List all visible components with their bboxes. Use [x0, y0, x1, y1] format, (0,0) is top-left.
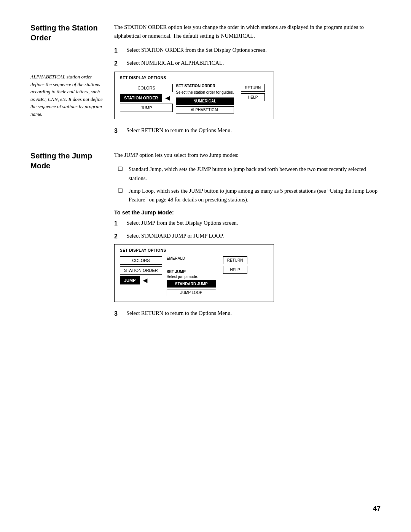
section-right-station-order: The STATION ORDER option lets you change… — [114, 23, 381, 139]
jump-step-number-1: 1 — [114, 219, 124, 228]
step-item: 2 Select NUMERICAL or ALPHABETICAL. — [114, 59, 381, 69]
submenu-column-1: SET STATION ORDER Select the station ord… — [176, 84, 234, 113]
diagram-jump: SET DISPLAY OPTIONS COLORS STATION ORDER… — [114, 244, 274, 302]
step-item: 1 Select JUMP from the Set Display Optio… — [114, 219, 381, 228]
side-buttons-2: RETURN HELP — [223, 256, 247, 274]
side-btn-help-2[interactable]: HELP — [223, 266, 247, 274]
side-label-emerald: EMERALD — [167, 256, 216, 260]
diagram-title-2: SET DISPLAY OPTIONS — [120, 248, 268, 252]
step-number-2: 2 — [114, 59, 124, 69]
side-btn-return-2[interactable]: RETURN — [223, 256, 247, 264]
menu-arrow-row: STATION ORDER ◄ — [120, 94, 173, 102]
page-number: 47 — [373, 505, 381, 513]
diagram-station-order: SET DISPLAY OPTIONS COLORS STATION ORDER… — [114, 72, 274, 119]
side-buttons-1: RETURN HELP — [241, 84, 265, 101]
submenu-title-2: SET JUMP — [167, 270, 216, 274]
section-left-station-order: Setting the Station Order ALPHABETICAL s… — [30, 23, 114, 139]
bullet-text-1: Standard Jump, which sets the JUMP butto… — [129, 165, 381, 182]
step-text-3: Select RETURN to return to the Options M… — [126, 126, 232, 136]
step-item: 3 Select RETURN to return to the Options… — [114, 309, 381, 319]
jump-step-text-1: Select JUMP from the Set Display Options… — [126, 219, 238, 228]
submenu-desc-2: Select jump mode. — [167, 275, 216, 279]
menu-item-colors-1[interactable]: COLORS — [120, 84, 173, 92]
bullet-list-jump: ❑ Standard Jump, which sets the JUMP but… — [118, 165, 381, 204]
diagram-body-1: COLORS STATION ORDER ◄ JUMP SET STATION … — [120, 84, 268, 113]
section-station-order: Setting the Station Order ALPHABETICAL s… — [30, 23, 381, 139]
step-text-2: Select NUMERICAL or ALPHABETICAL. — [126, 59, 224, 69]
section-left-jump: Setting the Jump Mode — [30, 151, 114, 322]
body-text-station-order: The STATION ORDER option lets you change… — [114, 23, 381, 40]
submenu-desc-1: Select the station order for guides. — [176, 90, 234, 94]
side-btn-return-1[interactable]: RETURN — [241, 84, 265, 92]
section-title-jump: Setting the Jump Mode — [30, 151, 105, 171]
bullet-item-2: ❑ Jump Loop, which sets the JUMP button … — [118, 187, 381, 204]
submenu-title-1: SET STATION ORDER — [176, 84, 234, 88]
diagram-body-2: COLORS STATION ORDER JUMP ◄ EMERALD SET … — [120, 256, 268, 296]
step-item: 1 Select STATION ORDER from the Set Disp… — [114, 46, 381, 56]
bullet-icon-1: ❑ — [118, 165, 126, 182]
step-number-3: 3 — [114, 126, 124, 136]
menu-item-station-order-2[interactable]: STATION ORDER — [120, 266, 162, 275]
step-item: 2 Select STANDARD JUMP or JUMP LOOP. — [114, 232, 381, 241]
section-title-station-order: Setting the Station Order — [30, 23, 105, 43]
bullet-icon-2: ❑ — [118, 187, 126, 204]
body-text-jump: The JUMP option lets you select from two… — [114, 151, 381, 160]
menu-item-station-order[interactable]: STATION ORDER — [120, 94, 162, 102]
step-item: 3 Select RETURN to return to the Options… — [114, 126, 381, 136]
diagram-title-1: SET DISPLAY OPTIONS — [120, 76, 268, 80]
page-content: Setting the Station Order ALPHABETICAL s… — [30, 23, 381, 334]
section-right-jump: The JUMP option lets you select from two… — [114, 151, 381, 322]
to-set-label: To set the Jump Mode: — [114, 209, 381, 216]
jump-step-text-2: Select STANDARD JUMP or JUMP LOOP. — [126, 232, 224, 241]
submenu-item-numerical[interactable]: NUMERICAL — [176, 97, 234, 105]
arrow-icon-1: ◄ — [164, 94, 171, 102]
menu-item-jump-selected[interactable]: JUMP — [120, 276, 140, 284]
jump-step-text-3: Select RETURN to return to the Options M… — [126, 309, 232, 319]
bullet-item-1: ❑ Standard Jump, which sets the JUMP but… — [118, 165, 381, 182]
section-jump-mode: Setting the Jump Mode The JUMP option le… — [30, 151, 381, 322]
section-note-station-order: ALPHABETICAL station order defines the s… — [30, 73, 105, 118]
submenu-spacer: SET JUMP Select jump mode. STANDARD JUMP… — [167, 270, 216, 296]
jump-step-number-3: 3 — [114, 309, 124, 319]
step-number-1: 1 — [114, 46, 124, 56]
bullet-text-2: Jump Loop, which sets the JUMP button to… — [129, 187, 381, 204]
menu-item-colors-2[interactable]: COLORS — [120, 256, 162, 265]
menu-item-jump-1[interactable]: JUMP — [120, 104, 173, 112]
side-btn-help-1[interactable]: HELP — [241, 93, 265, 101]
submenu-item-standard-jump[interactable]: STANDARD JUMP — [167, 280, 216, 288]
submenu-column-2: EMERALD SET JUMP Select jump mode. STAND… — [167, 256, 216, 296]
menu-column-1: COLORS STATION ORDER ◄ JUMP — [120, 84, 173, 112]
step-text-1: Select STATION ORDER from the Set Displa… — [126, 46, 267, 56]
menu-arrow-row-2: JUMP ◄ — [120, 276, 162, 284]
submenu-item-jump-loop[interactable]: JUMP LOOP — [167, 289, 216, 296]
arrow-icon-2: ◄ — [142, 276, 149, 284]
submenu-item-alphabetical[interactable]: ALPHABETICAL — [176, 106, 234, 113]
jump-step-number-2: 2 — [114, 232, 124, 241]
